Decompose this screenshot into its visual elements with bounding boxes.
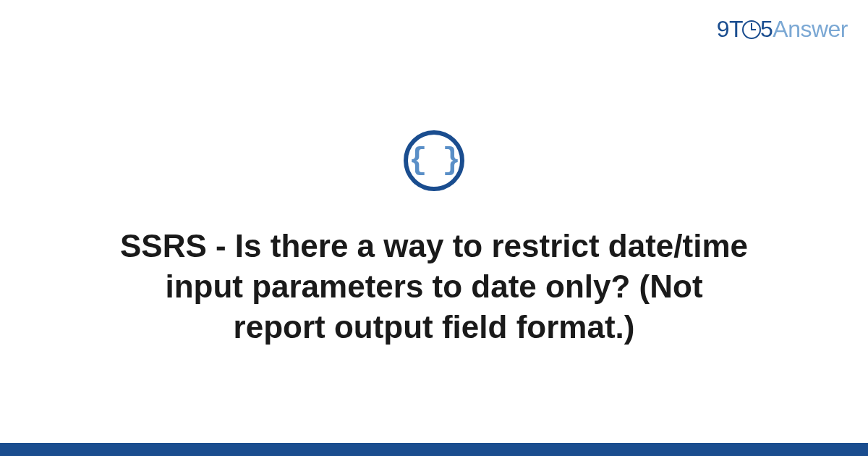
main-content: { } SSRS - Is there a way to restrict da…: [0, 0, 868, 456]
category-badge: { }: [404, 130, 464, 191]
logo-text-answer: Answer: [773, 16, 848, 42]
logo-text-9t: 9T: [717, 16, 743, 42]
code-braces-icon: { }: [409, 143, 459, 178]
clock-icon: [742, 20, 761, 39]
footer-bar: [0, 443, 868, 456]
logo-text-5: 5: [760, 16, 773, 42]
site-logo: 9T5Answer: [717, 16, 848, 43]
question-title: SSRS - Is there a way to restrict date/t…: [87, 226, 781, 348]
